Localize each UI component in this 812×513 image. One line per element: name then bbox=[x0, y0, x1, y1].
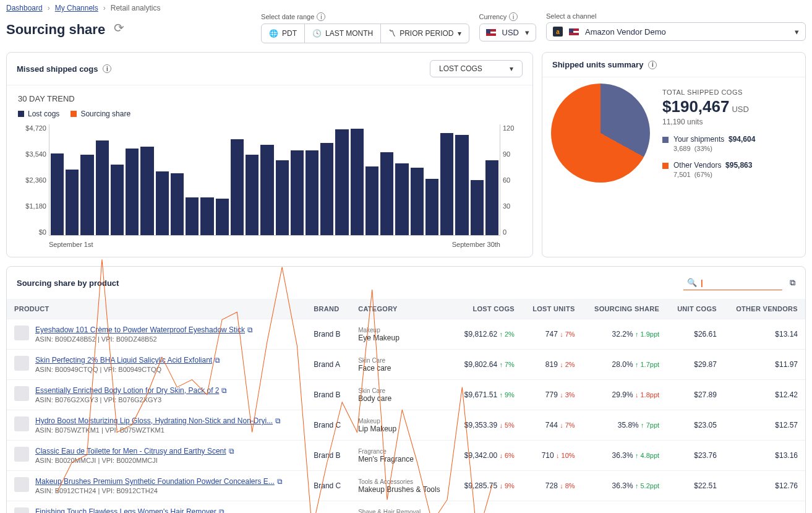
missed-cogs-card: Missed shipped cogsi LOST COGS▾ 30 DAY T… bbox=[6, 52, 533, 257]
legend-sourcing-share: Sourcing share bbox=[71, 110, 130, 118]
share-cell: 32.3% 0.6ppt bbox=[583, 501, 667, 514]
period-value: LAST MONTH bbox=[325, 29, 373, 38]
channel-value: Amazon Vendor Demo bbox=[585, 27, 788, 37]
card-title: Missed shipped cogs bbox=[17, 64, 98, 74]
delta: 6% bbox=[499, 452, 514, 459]
unit-cogs-cell: $22.51 bbox=[667, 471, 724, 501]
delta: 9% bbox=[499, 391, 514, 399]
product-thumb bbox=[14, 447, 29, 462]
delta: 5.2ppt bbox=[635, 482, 659, 489]
info-icon[interactable]: i bbox=[103, 64, 111, 73]
search-icon: 🔍 bbox=[687, 278, 697, 287]
select-value: LOST COGS bbox=[439, 64, 482, 73]
delta: 5% bbox=[499, 421, 514, 429]
channel-selector[interactable]: a Amazon Vendor Demo ▾ bbox=[546, 22, 806, 41]
col-header[interactable]: SOURCING SHARE bbox=[583, 299, 667, 319]
other-vendors-cell: $13.14 bbox=[724, 319, 805, 350]
delta: 7ppt bbox=[641, 421, 659, 429]
col-header[interactable]: LOST UNITS bbox=[522, 299, 583, 319]
sync-icon[interactable]: ⟳ bbox=[114, 20, 124, 35]
trend-icon: 〽 bbox=[388, 29, 396, 38]
channel-label: Select a channel bbox=[546, 12, 596, 20]
col-header[interactable]: UNIT COGS bbox=[667, 299, 724, 319]
flag-us-icon bbox=[569, 28, 579, 35]
info-icon[interactable]: i bbox=[509, 12, 518, 21]
date-range-selector[interactable]: 🌐PDT 🕓LAST MONTH 〽PRIOR PERIOD▾ bbox=[261, 24, 469, 43]
pie-chart bbox=[551, 84, 650, 183]
chevron-down-icon: ▾ bbox=[795, 27, 799, 37]
info-icon[interactable]: i bbox=[648, 61, 657, 69]
lost-cogs-select[interactable]: LOST COGS▾ bbox=[430, 60, 523, 77]
currency-value: USD bbox=[502, 28, 519, 37]
lost-units-cell: 730 3% bbox=[522, 501, 583, 514]
other-vendors-cell: $12.76 bbox=[724, 471, 805, 501]
unit-cogs-cell: $29.87 bbox=[667, 350, 724, 380]
other-vendors-cell: $12.18 bbox=[724, 501, 805, 514]
other-vendors-cell: $11.97 bbox=[724, 350, 805, 380]
col-header[interactable]: OTHER VENDORS bbox=[724, 299, 805, 319]
lost-units-cell: 747 7% bbox=[522, 319, 583, 350]
product-thumb bbox=[14, 507, 29, 513]
pie-legend-item: Other Vendors $95,8637,501 (67%) bbox=[662, 161, 797, 178]
delta: 2% bbox=[499, 330, 514, 338]
unit-cogs-cell: $23.76 bbox=[667, 441, 724, 471]
unit-cogs-cell: $25.58 bbox=[667, 501, 724, 514]
delta: 10% bbox=[556, 452, 575, 459]
currency-label: Currency bbox=[479, 13, 507, 20]
breadcrumb: Dashboard › My Channels › Retail analyti… bbox=[6, 4, 806, 12]
unit-cogs-cell: $23.05 bbox=[667, 410, 724, 441]
share-cell: 35.8% 7ppt bbox=[583, 410, 667, 441]
lost-units-cell: 819 2% bbox=[522, 350, 583, 380]
delta: 1.7ppt bbox=[635, 361, 659, 368]
delta: 8% bbox=[560, 482, 575, 489]
delta: 3% bbox=[560, 391, 575, 399]
share-cell: 29.9% 1.8ppt bbox=[583, 380, 667, 410]
share-cell: 36.3% 5.2ppt bbox=[583, 471, 667, 501]
lost-units-cell: 744 7% bbox=[522, 410, 583, 441]
shipped-summary-card: Shipped units summaryi TOTAL SHIPPED COG… bbox=[542, 52, 806, 257]
card-title: Shipped units summary bbox=[552, 60, 643, 69]
date-range-label: Select date range bbox=[261, 13, 314, 20]
breadcrumb-channels[interactable]: My Channels bbox=[55, 4, 98, 12]
compare-value: PRIOR PERIOD bbox=[400, 29, 453, 38]
share-cell: 32.2% 1.9ppt bbox=[583, 319, 667, 350]
search-input[interactable]: 🔍| bbox=[683, 275, 782, 290]
chevron-down-icon: ▾ bbox=[525, 28, 529, 37]
delta: 2% bbox=[560, 361, 575, 368]
delta: 7% bbox=[560, 421, 575, 429]
delta: 1.8ppt bbox=[635, 391, 659, 399]
globe-icon: 🌐 bbox=[269, 29, 278, 38]
columns-icon[interactable]: ⧉ bbox=[790, 278, 795, 288]
breadcrumb-dashboard[interactable]: Dashboard bbox=[6, 4, 43, 12]
delta: 1.9ppt bbox=[635, 330, 659, 338]
trend-chart: $4,720$3,540$2,360$1,180$0 1209060300 Se… bbox=[18, 124, 521, 248]
chevron-right-icon: › bbox=[48, 4, 50, 12]
x-start: September 1st bbox=[49, 241, 93, 248]
product-thumb bbox=[14, 386, 29, 401]
chevron-right-icon: › bbox=[103, 4, 106, 12]
other-vendors-cell: $13.16 bbox=[724, 441, 805, 471]
product-thumb bbox=[14, 356, 29, 371]
lost-units-cell: 779 3% bbox=[522, 380, 583, 410]
currency-selector[interactable]: USD ▾ bbox=[479, 24, 536, 41]
x-end: September 30th bbox=[452, 241, 500, 248]
info-icon[interactable]: i bbox=[317, 12, 325, 21]
pie-legend-item: Your shipments $94,6043,689 (33%) bbox=[662, 135, 797, 152]
product-thumb bbox=[14, 416, 29, 431]
product-thumb bbox=[14, 325, 29, 340]
legend-lost-cogs: Lost cogs bbox=[18, 110, 59, 118]
trend-subheader: 30 DAY TREND bbox=[18, 94, 521, 103]
share-cell: 28.0% 1.7ppt bbox=[583, 350, 667, 380]
share-cell: 36.3% 4.8ppt bbox=[583, 441, 667, 471]
clock-icon: 🕓 bbox=[312, 29, 322, 38]
other-vendors-cell: $12.57 bbox=[724, 410, 805, 441]
other-vendors-cell: $12.42 bbox=[724, 380, 805, 410]
kpi-units: 11,190 units bbox=[662, 118, 797, 126]
product-thumb bbox=[14, 477, 29, 492]
page-title: Sourcing share bbox=[6, 22, 105, 38]
delta: 9% bbox=[499, 482, 514, 489]
unit-cogs-cell: $27.89 bbox=[667, 380, 724, 410]
delta: 7% bbox=[560, 330, 575, 338]
kpi-currency: USD bbox=[732, 105, 748, 114]
flag-us-icon bbox=[486, 29, 496, 36]
